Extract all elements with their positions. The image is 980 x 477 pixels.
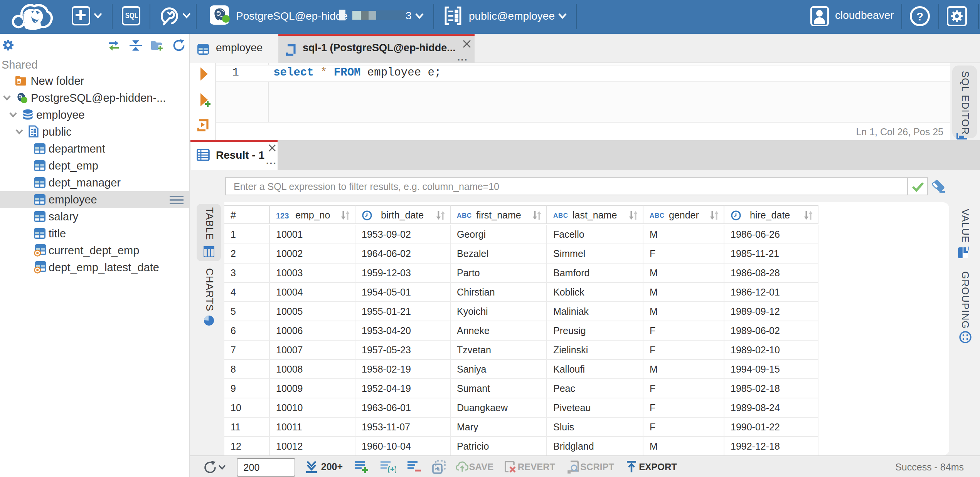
svg-text:(+): (+) bbox=[387, 465, 396, 473]
svg-text:I: I bbox=[968, 246, 970, 252]
